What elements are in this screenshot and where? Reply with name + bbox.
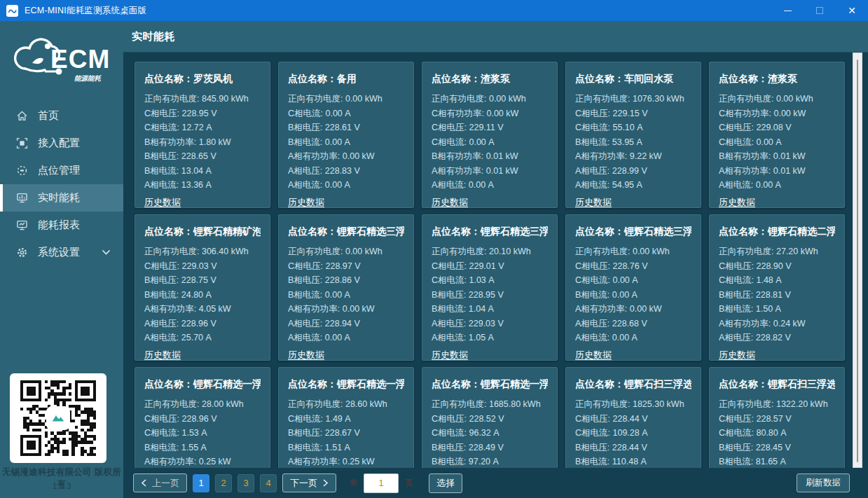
page-button-1[interactable]: 1	[193, 474, 209, 492]
card-point-name: 点位名称：锂辉石精选一浮选 1#	[432, 378, 548, 391]
card-metric-line: C相电压: 229.03 V	[144, 259, 261, 274]
card-metric-line: 正向有功电度: 0.00 kWh	[288, 92, 404, 106]
history-data-link[interactable]: 历史数据	[719, 196, 755, 209]
app-logo-icon	[6, 5, 18, 17]
point-card: 点位名称：渣浆泵正向有功电度: 0.00 kWhC相有功功率: 0.00 kWC…	[422, 62, 558, 208]
sidebar-item-label: 首页	[38, 109, 59, 123]
sidebar-item-report[interactable]: 能耗报表	[0, 212, 123, 239]
card-metric-line: 正向有功电度: 20.10 kWh	[432, 244, 548, 259]
minimize-icon	[784, 11, 792, 11]
card-metric-line: A相有功功率: 0.01 kW	[432, 164, 548, 179]
sidebar-item-label: 点位管理	[38, 164, 80, 177]
point-card: 点位名称：渣浆泵正向有功电度: 0.00 kWhC相有功功率: 0.00 kWC…	[709, 62, 845, 208]
card-metric-line: A相有功功率: 0.25 kW	[288, 455, 404, 468]
sidebar: ECM 能源能耗 首页接入配置点位管理实时能耗能耗报表系统设置 无锡漫途科技有限…	[0, 21, 123, 498]
card-metric-line: B相电流: 0.00 A	[288, 288, 404, 303]
card-metric-line: A相电压: 228.68 V	[575, 317, 691, 331]
card-point-name: 点位名称：锂辉石扫三浮选 1#	[575, 378, 691, 391]
maximize-button[interactable]	[804, 0, 836, 21]
point-card: 点位名称：车间回水泵正向有功电度: 1076.30 kWhC相电压: 229.1…	[565, 62, 701, 208]
card-metric-line: 正向有功电度: 1685.80 kWh	[432, 397, 548, 412]
sidebar-item-realtime[interactable]: 实时能耗	[0, 184, 123, 212]
scrollbar-thumb[interactable]	[857, 60, 858, 462]
select-page-button[interactable]: 选择	[429, 473, 462, 493]
card-metric-line: A相有功功率: 0.00 kW	[288, 149, 404, 164]
card-point-name: 点位名称：车间回水泵	[575, 73, 691, 85]
history-data-link[interactable]: 历史数据	[144, 349, 181, 361]
card-point-name: 点位名称：锂辉石精选一浮选 2#	[288, 378, 404, 391]
history-data-link[interactable]: 历史数据	[288, 196, 324, 209]
card-metric-line: A相有功功率: 0.00 kW	[575, 302, 691, 317]
card-metric-line: B相电流: 0.00 A	[575, 288, 691, 303]
card-metric-line: C相电压: 229.08 V	[719, 120, 835, 135]
card-metric-line: 正向有功电度: 306.40 kWh	[144, 244, 261, 259]
card-metric-line: C相电压: 228.96 V	[144, 412, 261, 427]
sidebar-item-home[interactable]: 首页	[0, 102, 123, 130]
page-button-3[interactable]: 3	[237, 474, 254, 492]
history-data-link[interactable]: 历史数据	[144, 196, 181, 209]
sidebar-item-label: 系统设置	[38, 246, 80, 259]
sidebar-item-points[interactable]: 点位管理	[0, 157, 123, 184]
card-metric-line: A相电压: 228.99 V	[575, 164, 691, 179]
chevron-left-icon	[141, 479, 147, 487]
card-metric-line: A相电压: 229.03 V	[432, 317, 548, 331]
jump-page-input[interactable]	[364, 473, 399, 493]
card-metric-line: C相电流: 0.00 A	[719, 135, 835, 150]
card-metric-line: C相电压: 228.90 V	[719, 259, 835, 274]
card-metric-line: C相电压: 228.95 V	[144, 106, 261, 121]
card-metric-line: B相电流: 24.80 A	[144, 288, 261, 303]
vertical-scrollbar[interactable]	[853, 53, 862, 468]
sidebar-item-label: 能耗报表	[38, 219, 80, 232]
card-point-name: 点位名称：渣浆泵	[432, 73, 548, 85]
card-metric-line: C相电压: 228.57 V	[719, 412, 835, 427]
card-metric-line: A相电流: 0.00 A	[432, 178, 548, 193]
minimize-button[interactable]	[771, 0, 804, 21]
card-metric-line: 正向有功电度: 28.00 kWh	[144, 397, 261, 412]
close-icon: ✕	[848, 5, 856, 16]
card-metric-line: C相电流: 0.00 A	[288, 106, 404, 121]
history-data-link[interactable]: 历史数据	[575, 349, 612, 361]
point-card: 点位名称：锂辉石扫三浮选 2#正向有功电度: 1322.20 kWhC相电压: …	[709, 367, 845, 468]
history-data-link[interactable]: 历史数据	[288, 349, 324, 361]
card-metric-line: C相电流: 109.28 A	[575, 426, 691, 441]
card-metric-line: B相有功功率: 1.80 kW	[144, 135, 261, 150]
card-metric-line: A相电流: 1.05 A	[432, 331, 548, 345]
point-card: 点位名称：备用正向有功电度: 0.00 kWhC相电流: 0.00 AB相电压:…	[278, 62, 414, 208]
card-metric-line: A相电流: 0.00 A	[288, 331, 404, 345]
close-button[interactable]: ✕	[836, 0, 868, 21]
card-metric-line: 正向有功电度: 0.00 kWh	[432, 92, 548, 106]
history-data-link[interactable]: 历史数据	[575, 196, 612, 209]
page-button-2[interactable]: 2	[215, 474, 232, 492]
card-metric-line: C相电流: 0.00 A	[432, 135, 548, 150]
card-metric-line: B相电压: 228.95 V	[432, 288, 548, 303]
card-point-name: 点位名称：锂辉石精选三浮选 1#	[288, 226, 404, 238]
card-metric-line: C相电流: 1.53 A	[144, 426, 261, 441]
card-metric-line: B相电流: 81.65 A	[719, 455, 835, 468]
card-metric-line: C相电流: 1.03 A	[432, 273, 548, 288]
chevron-right-icon	[322, 479, 329, 487]
qr-code	[10, 373, 106, 463]
card-metric-line: 正向有功电度: 1076.30 kWh	[575, 92, 691, 106]
history-data-link[interactable]: 历史数据	[432, 196, 468, 209]
sidebar-item-access[interactable]: 接入配置	[0, 130, 123, 157]
card-metric-line: 正向有功电度: 1322.20 kWh	[719, 397, 835, 412]
sidebar-item-settings[interactable]: 系统设置	[0, 239, 123, 266]
card-metric-line: C相电压: 228.76 V	[575, 259, 691, 274]
sidebar-nav: 首页接入配置点位管理实时能耗能耗报表系统设置	[0, 102, 123, 266]
card-metric-line: B相电流: 1.55 A	[144, 441, 261, 455]
next-page-button[interactable]: 下一页	[282, 473, 336, 492]
page-button-4[interactable]: 4	[260, 474, 277, 492]
page-header: 实时能耗	[123, 21, 868, 53]
card-metric-line: A相电流: 0.00 A	[288, 178, 404, 193]
point-card: 点位名称：锂辉石精选二浮选 2#正向有功电度: 27.20 kWhC相电压: 2…	[709, 214, 845, 361]
card-metric-line: C相电压: 228.52 V	[432, 412, 548, 427]
card-point-name: 点位名称：锂辉石扫三浮选 2#	[719, 378, 835, 391]
card-metric-line: B相电压: 228.81 V	[719, 288, 835, 303]
prev-page-button[interactable]: 上一页	[133, 473, 187, 492]
point-card-grid: 点位名称：罗茨风机正向有功电度: 845.90 kWhC相电压: 228.95 …	[135, 62, 868, 468]
logo-tagline: 能源能耗	[74, 74, 101, 83]
history-data-link[interactable]: 历史数据	[432, 349, 468, 361]
history-data-link[interactable]: 历史数据	[719, 349, 755, 361]
card-metric-line: B相电流: 1.50 A	[719, 302, 835, 317]
refresh-data-button[interactable]: 刷新数据	[797, 473, 850, 492]
